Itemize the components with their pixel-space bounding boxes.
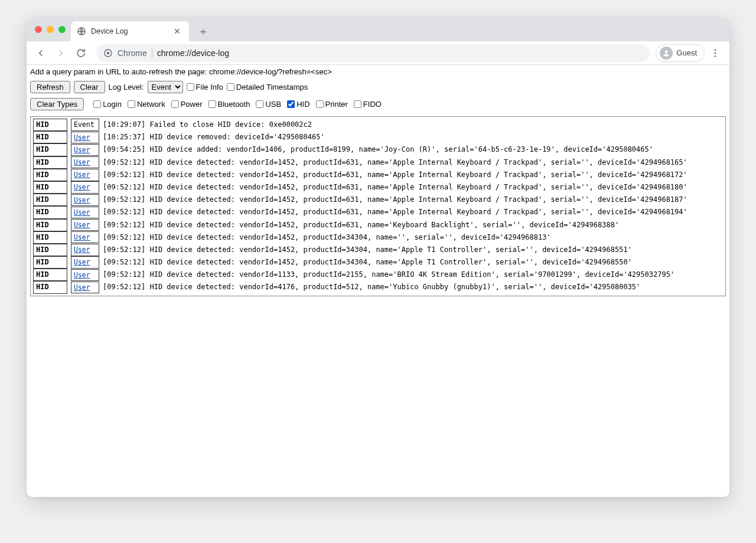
close-tab-icon[interactable]: ✕: [171, 25, 183, 37]
page-content: Add a query param in URL to auto-refresh…: [27, 65, 729, 497]
type-filter-login[interactable]: Login: [93, 100, 122, 109]
type-filter-checkbox[interactable]: [208, 100, 216, 108]
profile-label: Guest: [676, 48, 697, 57]
controls-row-1: Refresh Clear Log Level: Event File Info…: [27, 78, 729, 96]
type-filter-label: Power: [181, 100, 203, 109]
log-message: [09:52:12] HID device detected: vendorId…: [103, 257, 632, 268]
log-type-badge: HID: [33, 269, 67, 281]
type-filter-usb[interactable]: USB: [256, 100, 281, 109]
log-row: HIDUser[10:25:37] HID device removed: de…: [33, 131, 723, 143]
log-message: [09:52:12] HID device detected: vendorId…: [103, 282, 640, 293]
log-level-badge[interactable]: User: [71, 219, 99, 231]
detailed-ts-toggle[interactable]: Detailed Timestamps: [227, 83, 308, 91]
log-message: [10:29:07] Failed to close HID device: 0…: [103, 119, 312, 130]
type-filter-checkbox[interactable]: [287, 100, 295, 108]
browser-tab[interactable]: Device Log ✕: [71, 21, 189, 41]
log-level-badge[interactable]: User: [71, 231, 99, 243]
minimize-window-icon[interactable]: [47, 26, 54, 33]
refresh-button[interactable]: Refresh: [30, 81, 70, 93]
log-level-badge[interactable]: User: [71, 181, 99, 193]
log-level-badge[interactable]: User: [71, 156, 99, 168]
log-level-label: Log Level:: [109, 83, 144, 91]
log-row: HIDUser[09:52:12] HID device detected: v…: [33, 269, 723, 281]
log-level-badge[interactable]: User: [71, 207, 99, 218]
log-row: HIDUser[09:52:12] HID device detected: v…: [33, 219, 723, 231]
log-row: HIDUser[09:52:12] HID device detected: v…: [33, 181, 723, 194]
type-filter-checkbox[interactable]: [354, 100, 361, 108]
log-level-badge[interactable]: User: [71, 282, 99, 293]
type-filter-label: Bluetooth: [218, 100, 250, 109]
file-info-toggle[interactable]: File Info: [187, 83, 223, 91]
globe-icon: [77, 27, 86, 36]
log-level-badge[interactable]: User: [71, 169, 99, 181]
type-filter-checkbox[interactable]: [256, 100, 263, 108]
log-row: HIDUser[09:52:12] HID device detected: v…: [33, 169, 723, 181]
type-filter-label: Printer: [325, 100, 348, 109]
clear-types-button[interactable]: Clear Types: [30, 98, 84, 110]
address-bar[interactable]: Chrome chrome://device-log: [96, 44, 650, 62]
omnibox-path: chrome://device-log: [157, 48, 643, 58]
log-type-badge: HID: [33, 206, 67, 218]
forward-button[interactable]: [51, 44, 70, 63]
log-row: HIDUser[09:54:25] HID device added: vend…: [33, 143, 723, 156]
close-window-icon[interactable]: [35, 26, 42, 33]
type-filter-bluetooth[interactable]: Bluetooth: [208, 100, 250, 109]
type-filter-checkbox[interactable]: [316, 100, 324, 108]
omnibox-divider: [152, 48, 152, 58]
reload-button[interactable]: [71, 44, 90, 63]
type-filter-label: Login: [103, 100, 122, 109]
log-level-badge[interactable]: User: [71, 269, 99, 281]
log-level-badge[interactable]: User: [71, 144, 99, 156]
log-level-badge[interactable]: User: [71, 244, 99, 256]
log-message: [09:52:12] HID device detected: vendorId…: [103, 182, 687, 193]
svg-point-3: [665, 50, 668, 53]
back-button[interactable]: [31, 44, 50, 63]
type-filter-printer[interactable]: Printer: [316, 100, 348, 109]
log-type-badge: HID: [33, 256, 67, 269]
svg-point-6: [715, 55, 716, 57]
detailed-ts-checkbox[interactable]: [227, 83, 234, 91]
log-level-badge[interactable]: User: [71, 132, 99, 143]
type-filter-checkbox[interactable]: [93, 100, 101, 108]
type-filter-checkbox[interactable]: [171, 100, 179, 108]
type-filter-label: Network: [137, 100, 165, 109]
log-type-badge: HID: [33, 156, 67, 169]
log-row: HIDUser[09:52:12] HID device detected: v…: [33, 194, 723, 206]
type-filter-network[interactable]: Network: [128, 100, 165, 109]
log-type-badge: HID: [33, 169, 67, 181]
type-filter-checkbox[interactable]: [128, 100, 135, 108]
type-filter-label: FIDO: [363, 100, 382, 109]
log-type-badge: HID: [33, 131, 67, 143]
type-filter-label: USB: [265, 100, 281, 109]
log-message: [09:52:12] HID device detected: vendorId…: [103, 220, 619, 231]
log-level-badge[interactable]: User: [71, 194, 99, 206]
avatar-icon: [660, 47, 673, 60]
tab-title: Device Log: [91, 27, 167, 35]
file-info-checkbox[interactable]: [187, 83, 194, 91]
refresh-hint: Add a query param in URL to auto-refresh…: [27, 65, 729, 78]
type-filter-hid[interactable]: HID: [287, 100, 309, 109]
kebab-menu-icon[interactable]: [706, 44, 725, 63]
log-type-badge: HID: [33, 244, 67, 256]
log-row: HIDEvent[10:29:07] Failed to close HID d…: [33, 119, 723, 131]
svg-point-4: [715, 49, 716, 51]
log-type-badge: HID: [33, 143, 67, 156]
type-filter-fido[interactable]: FIDO: [354, 100, 382, 109]
log-level-badge[interactable]: User: [71, 256, 99, 268]
log-type-badge: HID: [33, 281, 67, 293]
new-tab-button[interactable]: ＋: [195, 23, 211, 40]
type-filter-group: LoginNetworkPowerBluetoothUSBHIDPrinterF…: [93, 100, 382, 109]
log-row: HIDUser[09:52:12] HID device detected: v…: [33, 281, 723, 293]
log-message: [10:25:37] HID device removed: deviceId=…: [103, 132, 325, 143]
log-message: [09:52:12] HID device detected: vendorId…: [103, 232, 551, 243]
log-message: [09:52:12] HID device detected: vendorId…: [103, 244, 632, 256]
svg-point-2: [107, 51, 109, 54]
log-level-badge: Event: [71, 119, 99, 130]
maximize-window-icon[interactable]: [58, 26, 66, 33]
clear-button[interactable]: Clear: [74, 81, 105, 93]
window-controls: [35, 26, 66, 33]
browser-window: Device Log ✕ ＋ Chrome chrome://device-lo…: [27, 18, 729, 497]
type-filter-power[interactable]: Power: [171, 100, 203, 109]
log-level-select[interactable]: Event: [148, 81, 183, 93]
profile-button[interactable]: Guest: [656, 44, 705, 62]
